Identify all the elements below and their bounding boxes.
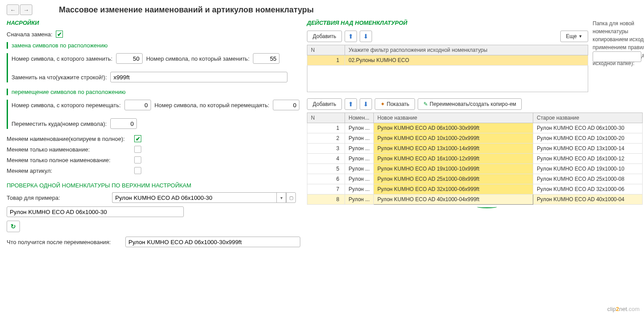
cell-nom: Рулон ... [345,123,374,133]
filter-cell-n: 1 [307,55,345,66]
chk-only-full-label: Меняем только полное наименование: [7,157,131,163]
move-to-label: Номер символа, по который перемещаять: [155,102,269,109]
sample-input[interactable] [112,192,276,203]
arrow-up-icon: ⬆ [348,33,353,40]
rename-button[interactable]: ✎ Переименовать/создать копиро-ем [418,98,522,110]
replace-with-input[interactable] [110,72,287,82]
table-row[interactable]: 4Рулон ...Рулон KUMHO ECO AD 16x1000-12x… [307,154,643,164]
num-to-input[interactable] [253,53,279,64]
move-from-input[interactable] [124,100,151,110]
cell-n: 6 [307,174,345,184]
cell-old: Рулон KUMHO ECO AD 40x1000-04 [533,194,643,205]
result-input[interactable] [125,237,300,247]
cell-new: Рулон KUMHO ECO AD 25x1000-08x999ft [374,174,533,184]
cell-nom: Рулон ... [345,144,374,154]
result-label: Что получится после переименования: [7,239,122,245]
page-title: Массовое изменение наименований и артику… [59,5,314,15]
chk-only-full[interactable] [134,156,141,163]
chevron-down-icon: ▼ [578,34,582,39]
cell-nom: Рулон ... [345,133,374,144]
table-row[interactable]: 7Рулон ...Рулон KUMHO ECO AD 32x1000-06x… [307,184,643,194]
cell-new: Рулон KUMHO ECO AD 06x1000-30x999ft [374,123,533,133]
move-to-input[interactable] [273,100,299,110]
cell-nom: Рулон ... [345,154,374,164]
filter-col-desc: Укажите фильтр расположения исходной ном… [345,45,588,55]
move-down-button[interactable]: ⬇ [360,31,372,42]
pencil-icon: ✎ [423,101,428,107]
show-button[interactable]: ✦ Показать [375,98,415,110]
replace-section-header: замена символов по расположению [7,42,300,49]
chk-only-name-label: Меняем только наименование: [7,146,131,153]
cell-old: Рулон KUMHO ECO AD 16x1000-12 [533,154,643,164]
cell-old: Рулон KUMHO ECO AD 32x1000-06 [533,184,643,194]
cell-new: Рулон KUMHO ECO AD 19x1000-10x999ft [374,164,533,174]
move-dest-input[interactable] [110,118,137,129]
num-to-label: Номер символа, по который заменить: [146,55,249,62]
filter-row[interactable]: 102.Рулоны KUMHO ECO [307,55,588,66]
chk-copy-full-label: Меняем наименование(копируем в полное): [7,136,131,142]
settings-header: НАСРОЙКИ [7,19,300,26]
row-up-button[interactable]: ⬆ [345,98,357,110]
move-dest-label: Переместить куда(номер символа): [12,121,107,127]
grid-col-nom: Номен... [345,113,374,123]
arrow-down-icon: ⬇ [363,33,369,40]
cell-nom: Рулон ... [345,194,374,205]
arrow-up-icon: ⬆ [348,101,353,108]
cell-new: Рулон KUMHO ECO AD 40x1000-04x999ft [374,194,533,205]
example-input[interactable] [7,206,184,217]
cell-n: 8 [307,194,345,205]
sample-open-button[interactable]: ▢ [286,192,296,203]
cell-nom: Рулон ... [345,184,374,194]
cell-n: 5 [307,164,345,174]
folder-side-input[interactable] [593,51,641,62]
table-row[interactable]: 1Рулон ...Рулон KUMHO ECO AD 06x1000-30x… [307,123,643,133]
grid-col-old: Старое название [533,113,643,123]
table-row[interactable]: 8Рулон ...Рулон KUMHO ECO AD 40x1000-04x… [307,194,643,205]
add-row-button[interactable]: Добавить [307,98,342,110]
move-section-header: перемещение символов по расположению [7,89,300,95]
add-filter-button[interactable]: Добавить [307,31,342,42]
cell-n: 4 [307,154,345,164]
cell-new: Рулон KUMHO ECO AD 32x1000-06x999ft [374,184,533,194]
move-up-button[interactable]: ⬆ [345,31,357,42]
table-row[interactable]: 2Рулон ...Рулон KUMHO ECO AD 10x1000-20x… [307,133,643,144]
table-row[interactable]: 3Рулон ...Рулон KUMHO ECO AD 13x1000-14x… [307,144,643,154]
sample-dropdown-button[interactable]: ▾ [276,192,286,203]
move-from-label: Номер символа, с которого перемещать: [12,102,121,109]
data-table: N Номен... Новое название Старое названи… [307,113,643,205]
cell-n: 1 [307,123,345,133]
table-row[interactable]: 5Рулон ...Рулон KUMHO ECO AD 19x1000-10x… [307,164,643,174]
verify-header: ПРОВЕРКА ОДНОЙ НОМЕНКЛАТУРЫ ПО ВЕРХНИМ Н… [7,182,300,189]
more-button-1[interactable]: Еще ▼ [560,31,588,42]
nav-forward-button[interactable]: → [20,4,32,15]
row-down-button[interactable]: ⬇ [360,98,372,110]
cell-n: 3 [307,144,345,154]
cell-old: Рулон KUMHO ECO AD 13x1000-14 [533,144,643,154]
cell-nom: Рулон ... [345,174,374,184]
filter-col-n: N [307,45,345,55]
first-replace-label: Сначала замена: [7,31,52,38]
chk-copy-full[interactable]: ✔ [134,135,141,142]
cell-old: Рулон KUMHO ECO AD 06x1000-30 [533,123,643,133]
cell-n: 2 [307,133,345,144]
chk-article-label: Меняем артикул: [7,167,131,174]
chk-only-name[interactable] [134,146,141,153]
wand-icon: ✦ [380,101,385,107]
num-from-label: Номер символа, с которого заменить: [12,55,113,62]
first-replace-checkbox[interactable]: ✔ [56,31,63,38]
cell-old: Рулон KUMHO ECO AD 10x1000-20 [533,133,643,144]
cell-old: Рулон KUMHO ECO AD 25x1000-08 [533,174,643,184]
nav-back-button[interactable]: ← [7,4,19,15]
replace-with-label: Заменить на что(укажите строкой!): [12,74,107,81]
sample-label: Товар для примера: [7,194,109,201]
refresh-button[interactable]: ↻ [7,221,20,232]
cell-new: Рулон KUMHO ECO AD 13x1000-14x999ft [374,144,533,154]
grid-col-new: Новое название [374,113,533,123]
num-from-input[interactable] [116,53,143,64]
cell-old: Рулон KUMHO ECO AD 19x1000-10 [533,164,643,174]
chk-article[interactable] [134,167,141,174]
cell-new: Рулон KUMHO ECO AD 10x1000-20x999ft [374,133,533,144]
table-row[interactable]: 6Рулон ...Рулон KUMHO ECO AD 25x1000-08x… [307,174,643,184]
filter-cell-v: 02.Рулоны KUMHO ECO [345,55,588,66]
grid-col-n: N [307,113,345,123]
